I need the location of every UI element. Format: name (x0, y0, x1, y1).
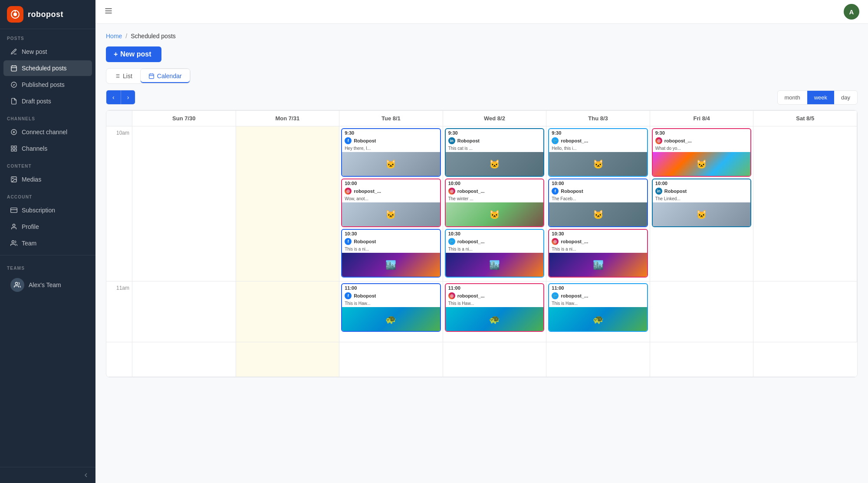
sidebar-item-profile[interactable]: Profile (3, 219, 92, 235)
tab-calendar[interactable]: Calendar (140, 69, 190, 83)
post-card[interactable]: 11:00 🐦 robopost_... This is Haw... 🐢 (548, 283, 648, 332)
post-card[interactable]: 9:30 in Robopost This cat is ... 🐱 (445, 128, 545, 177)
cal-cell-mon-10am[interactable] (236, 126, 340, 281)
tab-list-label: List (123, 73, 132, 79)
new-post-button[interactable]: + New post (106, 46, 161, 62)
user-icon (10, 223, 17, 230)
post-card[interactable]: 11:00 f Robopost This is Haw... 🐢 (341, 283, 441, 332)
new-post-button-label: New post (120, 50, 151, 58)
post-author: Robopost (561, 189, 583, 194)
sidebar-divider (0, 255, 95, 255)
next-button[interactable]: › (121, 90, 135, 104)
svg-point-19 (13, 224, 15, 226)
post-card[interactable]: 11:00 ◎ robopost_... This is Haw... 🐢 (445, 283, 545, 332)
cal-cell-mon-11am[interactable] (236, 281, 340, 342)
post-text: This is a ni... (342, 247, 440, 253)
cal-cell-fri-10am[interactable]: 9:30 ◎ robopost_... What do yo... 🐱 10:0… (650, 126, 754, 281)
post-image: 🐱 (549, 152, 647, 176)
period-day-button[interactable]: day (834, 91, 857, 104)
cal-cell-fri-empty[interactable] (650, 342, 754, 377)
sidebar-item-published-posts[interactable]: Published posts (3, 77, 92, 93)
cal-cell-thu-11am[interactable]: 11:00 🐦 robopost_... This is Haw... 🐢 (546, 281, 650, 342)
tab-list[interactable]: List (106, 69, 140, 83)
prev-button[interactable]: ‹ (106, 90, 121, 104)
cal-cell-thu-10am[interactable]: 9:30 🐦 robopost_... Hello, this i... 🐱 1… (546, 126, 650, 281)
post-author: Robopost (664, 189, 687, 194)
cal-cell-sat-11am[interactable] (753, 281, 857, 342)
post-time: 11:00 (549, 284, 647, 291)
sidebar-item-connect-channel[interactable]: Connect channel (3, 124, 92, 140)
cal-cell-wed-empty[interactable] (443, 342, 547, 377)
post-card[interactable]: 10:00 ◎ robopost_... The winter ... 🐱 (445, 179, 545, 227)
sidebar-item-draft-posts[interactable]: Draft posts (3, 93, 92, 109)
sidebar-item-team-alex[interactable]: Alex's Team (3, 274, 92, 296)
cal-cell-sat-10am[interactable] (753, 126, 857, 281)
post-image: 🏙️ (549, 253, 647, 277)
post-time: 10:30 (342, 230, 440, 236)
cal-cell-sun-10am[interactable] (132, 126, 236, 281)
menu-toggle-button[interactable] (104, 7, 113, 17)
svg-rect-3 (11, 66, 16, 71)
post-image: 🐱 (653, 202, 751, 226)
cal-cell-thu-empty[interactable] (546, 342, 650, 377)
post-image: 🐢 (446, 307, 544, 331)
post-author: Robopost (354, 138, 376, 143)
sidebar-collapse-button[interactable] (0, 467, 95, 483)
period-month-button[interactable]: month (778, 91, 807, 104)
cal-cell-sun-empty[interactable] (132, 342, 236, 377)
cal-cell-wed-11am[interactable]: 11:00 ◎ robopost_... This is Haw... 🐢 (443, 281, 547, 342)
sidebar-item-published-posts-label: Published posts (22, 81, 65, 88)
post-card[interactable]: 9:30 ◎ robopost_... What do yo... 🐱 (652, 128, 752, 177)
sidebar-item-channels[interactable]: Channels (3, 141, 92, 156)
post-header: 🐦 robopost_... (446, 236, 544, 247)
post-time: 9:30 (446, 129, 544, 136)
post-card[interactable]: 10:00 f Robopost The Faceb... 🐱 (548, 179, 648, 227)
svg-rect-17 (11, 208, 17, 213)
cal-cell-sun-11am[interactable] (132, 281, 236, 342)
post-header: ◎ robopost_... (446, 186, 544, 196)
cal-cell-wed-10am[interactable]: 9:30 in Robopost This cat is ... 🐱 10:00… (443, 126, 547, 281)
post-author: Robopost (457, 138, 480, 143)
sidebar-item-scheduled-posts-label: Scheduled posts (22, 65, 67, 72)
cal-cell-tue-empty[interactable] (339, 342, 443, 377)
post-card[interactable]: 9:30 f Robopost Hey there, I... 🐱 (341, 128, 441, 177)
cal-cell-sat-empty[interactable] (753, 342, 857, 377)
svg-point-21 (15, 282, 17, 285)
calendar-nav: ‹ › month week day (106, 90, 858, 105)
post-time: 10:30 (549, 230, 647, 236)
post-image: 🐱 (342, 202, 440, 226)
topbar: A (95, 0, 868, 24)
breadcrumb-home[interactable]: Home (106, 33, 122, 40)
post-card[interactable]: 10:00 in Robopost The Linked... 🐱 (652, 179, 752, 227)
post-card[interactable]: 10:30 🐦 robopost_... This is a ni... 🏙️ (445, 229, 545, 278)
sidebar-item-team[interactable]: Team (3, 235, 92, 251)
sidebar-item-new-post[interactable]: New post (3, 44, 92, 60)
sidebar-logo: robopost (0, 0, 95, 29)
post-author: robopost_... (561, 138, 588, 143)
post-card[interactable]: 9:30 🐦 robopost_... Hello, this i... 🐱 (548, 128, 648, 177)
cal-cell-tue-10am[interactable]: 9:30 f Robopost Hey there, I... 🐱 10:00 … (339, 126, 443, 281)
sidebar-item-subscription[interactable]: Subscription (3, 202, 92, 218)
sidebar-item-medias-label: Medias (22, 176, 41, 183)
sidebar-item-channels-label: Channels (22, 145, 47, 152)
post-time: 10:00 (549, 179, 647, 186)
credit-card-icon (10, 207, 17, 214)
image-icon (10, 176, 17, 183)
time-label-10am: 10am (106, 126, 132, 281)
user-avatar[interactable]: A (844, 4, 859, 20)
sidebar-item-scheduled-posts[interactable]: Scheduled posts (3, 60, 92, 76)
app-name: robopost (28, 10, 63, 19)
period-week-button[interactable]: week (807, 91, 834, 104)
post-card[interactable]: 10:30 ◎ robopost_... This is a ni... 🏙️ (548, 229, 648, 278)
post-card[interactable]: 10:30 f Robopost This is a ni... 🏙️ (341, 229, 441, 278)
post-image: 🐱 (342, 152, 440, 176)
cal-cell-mon-empty[interactable] (236, 342, 340, 377)
post-card[interactable]: 10:00 ◎ robopost_... Wow, anot... 🐱 (341, 179, 441, 227)
cal-cell-fri-11am[interactable] (650, 281, 754, 342)
post-header: f Robopost (342, 236, 440, 247)
post-time: 9:30 (549, 129, 647, 136)
cal-cell-tue-11am[interactable]: 11:00 f Robopost This is Haw... 🐢 (339, 281, 443, 342)
sidebar-item-medias[interactable]: Medias (3, 172, 92, 187)
team-name: Alex's Team (29, 281, 61, 288)
post-header: ◎ robopost_... (653, 136, 751, 146)
